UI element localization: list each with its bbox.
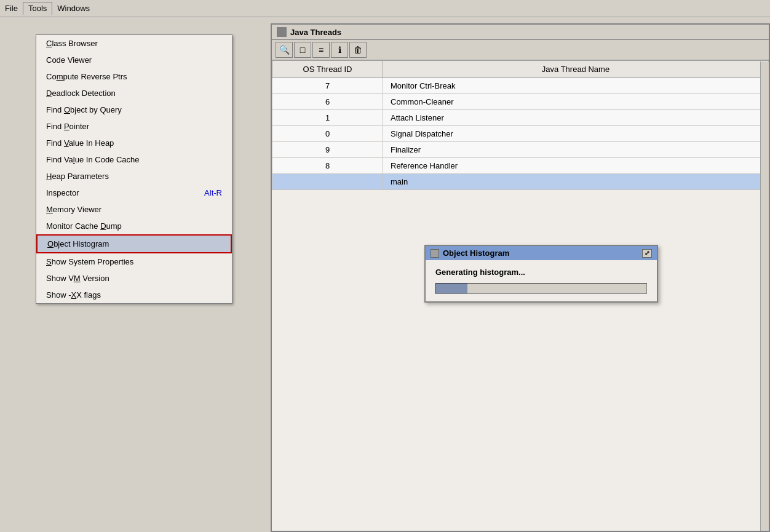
progress-bar-fill <box>436 284 467 293</box>
toolbar-delete-btn[interactable]: 🗑 <box>349 42 367 58</box>
os-thread-id: 0 <box>272 126 383 142</box>
menu-item-inspector[interactable]: Inspector Alt-R <box>36 185 232 201</box>
dialog-body: Generating histogram... <box>426 260 657 301</box>
menu-windows[interactable]: Windows <box>52 2 95 14</box>
menu-item-object-histogram[interactable]: Object Histogram <box>36 234 232 253</box>
menu-tools[interactable]: Tools <box>23 2 52 15</box>
menu-item-heap-parameters[interactable]: Heap Parameters <box>36 168 232 185</box>
thread-name: Attach Listener <box>383 110 769 126</box>
progress-bar-container <box>435 283 647 294</box>
threads-table: OS Thread ID Java Thread Name 7 Monitor … <box>272 60 769 190</box>
toolbar-view-btn[interactable]: □ <box>294 42 311 58</box>
menu-item-monitor-cache-dump[interactable]: Monitor Cache Dump <box>36 218 232 234</box>
os-thread-id: 8 <box>272 158 383 174</box>
table-row[interactable]: 9 Finalizer <box>272 142 769 158</box>
threads-title-bar: Java Threads <box>272 25 769 40</box>
thread-name: Finalizer <box>383 142 769 158</box>
vertical-scrollbar[interactable] <box>760 62 769 531</box>
toolbar-info-btn[interactable]: ℹ <box>331 42 348 58</box>
tools-dropdown: Class Browser Code Viewer Compute Revers… <box>36 34 232 304</box>
dialog-title-icon <box>431 249 439 258</box>
thread-name: main <box>383 174 769 190</box>
toolbar-search-btn[interactable]: 🔍 <box>276 42 293 58</box>
histogram-dialog: Object Histogram ⤢ Generating histogram.… <box>424 245 658 303</box>
generating-text: Generating histogram... <box>435 268 647 277</box>
threads-toolbar: 🔍 □ ≡ ℹ 🗑 <box>272 40 769 60</box>
menu-item-find-object-by-query[interactable]: Find Object by Query <box>36 101 232 118</box>
os-thread-id: 9 <box>272 142 383 158</box>
thread-name: Common-Cleaner <box>383 94 769 110</box>
table-row[interactable]: 7 Monitor Ctrl-Break <box>272 78 769 94</box>
table-row[interactable]: 8 Reference Handler <box>272 158 769 174</box>
menu-file[interactable]: File <box>0 2 23 14</box>
threads-panel-icon <box>277 27 287 37</box>
menu-item-class-browser[interactable]: Class Browser <box>36 35 232 52</box>
menubar: File Tools Windows <box>0 0 770 17</box>
toolbar-list-btn[interactable]: ≡ <box>312 42 330 58</box>
menu-item-show-system-properties[interactable]: Show System Properties <box>36 253 232 270</box>
main-content: Class Browser Code Viewer Compute Revers… <box>0 17 770 532</box>
table-row[interactable]: main <box>272 174 769 190</box>
menu-item-show-xx-flags[interactable]: Show -XX flags <box>36 287 232 303</box>
thread-name: Monitor Ctrl-Break <box>383 78 769 94</box>
os-thread-id: 7 <box>272 78 383 94</box>
dialog-restore-button[interactable]: ⤢ <box>642 249 652 258</box>
menu-item-find-pointer[interactable]: Find Pointer <box>36 118 232 135</box>
menu-item-compute-reverse-ptrs[interactable]: Compute Reverse Ptrs <box>36 68 232 85</box>
inspector-shortcut: Alt-R <box>204 188 222 197</box>
menu-item-find-value-in-heap[interactable]: Find Value In Heap <box>36 135 232 151</box>
dialog-title-text: Object Histogram <box>443 248 509 258</box>
thread-name: Signal Dispatcher <box>383 126 769 142</box>
os-thread-id: 1 <box>272 110 383 126</box>
menu-item-memory-viewer[interactable]: Memory Viewer <box>36 201 232 218</box>
menu-item-code-viewer[interactable]: Code Viewer <box>36 52 232 68</box>
table-row[interactable]: 6 Common-Cleaner <box>272 94 769 110</box>
os-thread-id: 6 <box>272 94 383 110</box>
os-thread-id <box>272 174 383 190</box>
menu-item-deadlock-detection[interactable]: Deadlock Detection <box>36 85 232 101</box>
threads-panel-title: Java Threads <box>290 28 341 37</box>
menu-item-find-value-in-code-cache[interactable]: Find Value In Code Cache <box>36 151 232 168</box>
menu-item-show-vm-version[interactable]: Show VM Version <box>36 270 232 287</box>
table-row[interactable]: 0 Signal Dispatcher <box>272 126 769 142</box>
table-row[interactable]: 1 Attach Listener <box>272 110 769 126</box>
col-header-os-thread-id: OS Thread ID <box>272 61 383 78</box>
dialog-title-left: Object Histogram <box>431 248 509 258</box>
dialog-title-bar: Object Histogram ⤢ <box>426 246 657 260</box>
thread-name: Reference Handler <box>383 158 769 174</box>
col-header-java-thread-name: Java Thread Name <box>383 61 769 78</box>
